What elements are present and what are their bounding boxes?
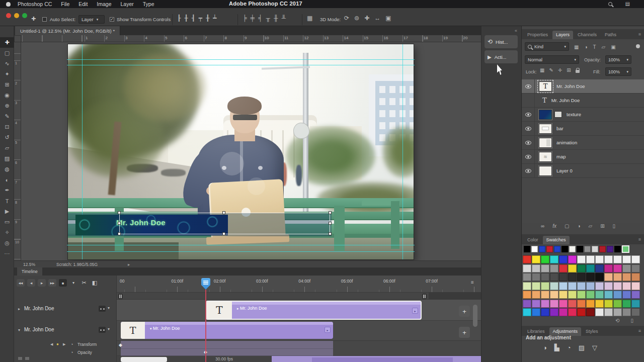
layer-row-map[interactable]: ≋map (522, 150, 644, 164)
visibility-cell[interactable] (522, 150, 535, 164)
swatch[interactable] (631, 300, 640, 308)
tab-properties[interactable]: Properties (524, 31, 551, 39)
swatch[interactable] (523, 300, 531, 308)
lock-all-icon[interactable] (576, 70, 580, 73)
split-clip-icon[interactable]: ✂ (80, 279, 88, 287)
distribute-icon-3[interactable]: ╥ (266, 15, 271, 22)
swatch[interactable] (622, 291, 631, 299)
hand-tool[interactable]: ✧ (0, 227, 14, 238)
swatch[interactable] (604, 264, 613, 273)
curves-icon[interactable]: ◔ (567, 344, 571, 351)
recent-swatch[interactable] (561, 246, 568, 252)
swatch[interactable] (568, 300, 577, 308)
recent-swatch[interactable] (607, 246, 613, 252)
track-media-icon[interactable] (99, 327, 106, 333)
distribute-icon-4[interactable]: ╫ (274, 15, 278, 22)
swatch[interactable] (613, 291, 622, 299)
timeline-zoom-in-icon[interactable] (25, 357, 29, 360)
brush-tool[interactable]: ✎ (0, 111, 14, 122)
recent-swatch[interactable] (577, 246, 583, 252)
recent-swatch[interactable] (554, 246, 560, 252)
history-panel-button[interactable]: ⟲ Hist... (485, 35, 518, 48)
add-media-track2-button[interactable]: + (459, 327, 470, 338)
swatch[interactable] (523, 273, 531, 281)
swatch[interactable] (577, 282, 586, 290)
layer-style-icon[interactable]: fx (552, 223, 556, 229)
swatch[interactable] (532, 308, 540, 316)
swatch[interactable] (541, 273, 549, 281)
workspace-grid-icon[interactable]: ▦ (307, 15, 312, 22)
add-media-track1-button[interactable]: + (459, 306, 470, 317)
track-expand-icon[interactable]: ▾ (18, 328, 20, 332)
collapse-panels-icon[interactable]: « (515, 28, 517, 33)
visibility-cell[interactable] (522, 108, 535, 122)
distribute-icon-1[interactable]: ╪ (251, 15, 255, 22)
swatch[interactable] (559, 308, 568, 316)
swatch[interactable] (586, 273, 595, 281)
swatch[interactable] (604, 291, 613, 299)
transport-mute-button[interactable]: ◼ (59, 279, 67, 287)
timeline-vscroll-thumb[interactable] (473, 305, 477, 327)
swatch[interactable] (613, 300, 622, 308)
tab-paths[interactable]: Paths (601, 31, 620, 39)
align-icon-3[interactable]: ┯ (199, 15, 202, 22)
swatch[interactable] (568, 282, 577, 290)
zoom-tool[interactable]: ◎ (0, 238, 14, 248)
swatch[interactable] (586, 291, 595, 299)
clip-fade-handle[interactable]: ▸ (412, 308, 418, 314)
crop-tool[interactable]: ⊞ (0, 79, 14, 90)
tab-styles[interactable]: Styles (582, 327, 602, 336)
swatch[interactable] (568, 308, 577, 316)
swatch[interactable] (568, 264, 577, 273)
path-select-tool[interactable]: ▶ (0, 206, 14, 217)
vibrance-icon[interactable]: ▽ (592, 344, 597, 351)
auto-select-checkbox[interactable] (42, 17, 47, 22)
swatch[interactable] (568, 291, 577, 299)
swatch[interactable] (541, 264, 549, 273)
transform-handle[interactable] (222, 211, 225, 214)
visibility-cell[interactable] (522, 122, 535, 136)
layer-mask-icon[interactable]: ▢ (565, 223, 569, 229)
levels-icon[interactable]: ▙ (554, 344, 559, 351)
opacity-value[interactable]: 100%▾ (605, 55, 631, 64)
swatch[interactable] (604, 300, 613, 308)
swatch[interactable] (604, 273, 613, 281)
swatch[interactable] (550, 291, 558, 299)
visibility-cell[interactable] (522, 94, 535, 108)
recent-swatch[interactable] (524, 246, 530, 252)
panel-menu-icon[interactable]: ≡ (638, 237, 641, 242)
swatch[interactable] (568, 273, 577, 281)
swatch[interactable] (631, 308, 640, 316)
apple-logo-icon[interactable] (6, 2, 11, 7)
transform-handle[interactable] (222, 232, 225, 235)
work-area-end-marker[interactable] (422, 294, 427, 299)
layer-row-texture[interactable]: texture (522, 108, 644, 122)
swatch[interactable] (631, 282, 640, 290)
swatch[interactable] (586, 300, 595, 308)
recent-swatch[interactable] (599, 246, 606, 252)
gradient-tool[interactable]: ▨ (0, 153, 14, 164)
distribute-icon-5[interactable]: ╨ (282, 15, 286, 22)
exposure-icon[interactable]: ▨ (579, 344, 585, 351)
swatch[interactable] (622, 264, 631, 273)
brightness-contrast-icon[interactable]: ◑ (543, 344, 547, 351)
panel-menu-icon[interactable]: ≡ (638, 32, 641, 37)
swatch[interactable] (613, 255, 622, 263)
show-transform-checkbox[interactable]: ✓ (110, 17, 114, 22)
menu-item-file[interactable]: File (61, 1, 69, 7)
layer-group-icon[interactable]: ▱ (588, 223, 592, 229)
guide-horizontal-4[interactable] (67, 251, 415, 252)
fill-value[interactable]: 100%▾ (605, 67, 631, 76)
timeline-hscroll-thumb[interactable] (121, 357, 167, 362)
swatch[interactable] (631, 291, 640, 299)
filter-type-icon[interactable]: T (593, 44, 596, 50)
keyframe-enable-dot[interactable]: ● (56, 342, 59, 346)
swatch[interactable] (541, 308, 549, 316)
healing-brush-tool[interactable]: ⊕ (0, 101, 14, 111)
swatch[interactable] (631, 264, 640, 273)
recent-swatch[interactable] (569, 246, 576, 252)
filter-shape-icon[interactable]: ▱ (602, 44, 606, 50)
transform-handle[interactable] (329, 232, 332, 235)
keyframe-diamond[interactable]: ◆ (119, 342, 122, 347)
status-arrow-icon[interactable]: ▸ (128, 262, 130, 267)
